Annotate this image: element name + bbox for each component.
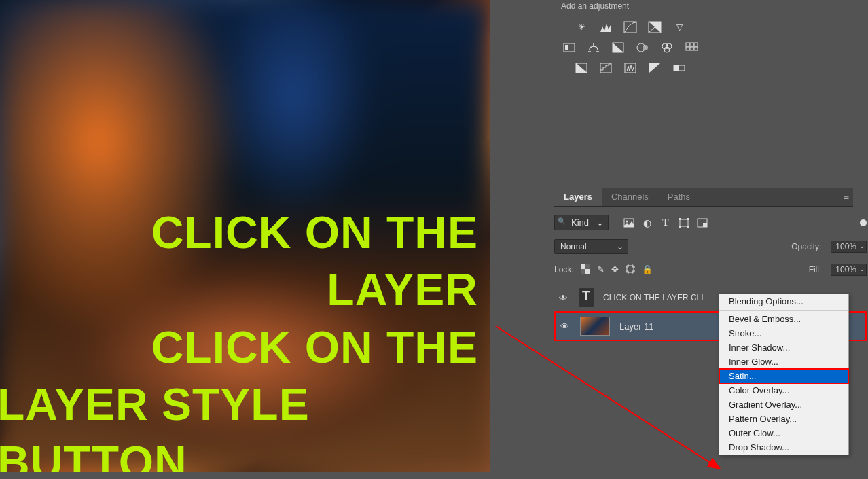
- menu-satin[interactable]: Satin...: [719, 369, 848, 383]
- color-lookup-icon[interactable]: [683, 41, 700, 54]
- visibility-icon[interactable]: 👁: [558, 321, 571, 332]
- lock-label: Lock:: [554, 265, 574, 274]
- lock-paint-icon[interactable]: ✎: [597, 264, 604, 276]
- svg-rect-15: [694, 47, 698, 50]
- svg-point-23: [626, 220, 628, 222]
- filter-adjustment-icon[interactable]: ◐: [642, 217, 653, 228]
- overlay-line-1: CLICK ON THE LAYER: [0, 204, 478, 319]
- opacity-label: Opacity:: [791, 242, 821, 251]
- svg-rect-31: [581, 264, 585, 269]
- opacity-value[interactable]: 100%: [831, 241, 867, 253]
- svg-rect-21: [674, 65, 679, 71]
- exposure-icon[interactable]: [647, 20, 663, 34]
- adjustments-title: Add an adjustment: [561, 1, 700, 11]
- svg-rect-13: [686, 47, 689, 50]
- photo-filter-icon[interactable]: [634, 41, 651, 54]
- svg-rect-25: [679, 218, 681, 220]
- panel-tabs: Layers Channels Paths ≡: [554, 188, 853, 207]
- hue-icon[interactable]: [561, 41, 577, 54]
- lock-artboard-icon[interactable]: [626, 264, 635, 276]
- selective-color-icon[interactable]: [647, 61, 663, 75]
- svg-rect-24: [680, 219, 688, 226]
- invert-icon[interactable]: [573, 61, 590, 75]
- panel-menu-icon[interactable]: ≡: [844, 193, 849, 204]
- svg-rect-11: [690, 43, 693, 46]
- tab-paths[interactable]: Paths: [658, 188, 700, 206]
- canvas-overlay-text: CLICK ON THE LAYER CLICK ON THE LAYER ST…: [0, 204, 478, 472]
- blend-mode-row: Normal Opacity: 100%: [554, 239, 867, 254]
- menu-drop-shadow[interactable]: Drop Shadow...: [719, 440, 848, 455]
- svg-rect-30: [703, 223, 707, 227]
- menu-inner-glow[interactable]: Inner Glow...: [719, 355, 848, 369]
- svg-rect-27: [679, 226, 681, 228]
- channel-mixer-icon[interactable]: [659, 41, 675, 54]
- overlay-line-3: LAYER STYLE BUTTON: [0, 376, 478, 472]
- filter-smart-icon[interactable]: [697, 217, 708, 228]
- svg-rect-10: [686, 43, 689, 46]
- layer-name[interactable]: Layer 11: [619, 321, 654, 332]
- svg-rect-12: [694, 43, 698, 46]
- menu-pattern-overlay[interactable]: Pattern Overlay...: [719, 412, 848, 426]
- tab-layers[interactable]: Layers: [554, 188, 602, 206]
- canvas[interactable]: CLICK ON THE LAYER CLICK ON THE LAYER ST…: [0, 0, 490, 472]
- menu-blending-options[interactable]: Blending Options...: [719, 294, 848, 308]
- menu-bevel-emboss[interactable]: Bevel & Emboss...: [719, 312, 848, 326]
- overlay-line-2: CLICK ON THE: [0, 319, 478, 376]
- brightness-icon[interactable]: ☀: [573, 20, 590, 34]
- filter-toggle-icon[interactable]: [860, 219, 867, 226]
- svg-point-6: [643, 45, 648, 50]
- filter-kind-select[interactable]: Kind: [554, 215, 609, 230]
- text-layer-thumb: T: [579, 288, 594, 307]
- svg-rect-32: [585, 269, 590, 274]
- layer-name[interactable]: CLICK ON THE LAYER CLI: [603, 293, 704, 302]
- vibrance-icon[interactable]: ▽: [671, 20, 687, 34]
- svg-rect-28: [687, 226, 689, 228]
- svg-rect-17: [600, 63, 611, 73]
- lock-transparency-icon[interactable]: [581, 264, 590, 276]
- menu-inner-shadow[interactable]: Inner Shadow...: [719, 340, 848, 355]
- lock-all-icon[interactable]: 🔒: [642, 264, 653, 276]
- fill-label: Fill:: [809, 265, 822, 274]
- posterize-icon[interactable]: [598, 61, 614, 75]
- gradient-map-icon[interactable]: [671, 61, 687, 75]
- svg-rect-33: [585, 264, 590, 269]
- svg-rect-0: [624, 22, 636, 33]
- svg-rect-14: [690, 47, 693, 50]
- layer-style-context-menu: Blending Options... Bevel & Emboss... St…: [719, 294, 849, 455]
- threshold-icon[interactable]: [622, 61, 638, 75]
- lock-position-icon[interactable]: ✥: [611, 264, 619, 276]
- menu-color-overlay[interactable]: Color Overlay...: [719, 383, 848, 397]
- menu-separator: [719, 310, 848, 311]
- bw-icon[interactable]: [610, 41, 626, 54]
- visibility-icon[interactable]: 👁: [557, 293, 569, 303]
- levels-icon[interactable]: [598, 20, 614, 34]
- menu-gradient-overlay[interactable]: Gradient Overlay...: [719, 397, 848, 412]
- svg-rect-3: [565, 45, 568, 50]
- adjustment-icon-grid: ☀ ▽: [561, 20, 700, 75]
- menu-stroke[interactable]: Stroke...: [719, 326, 848, 340]
- menu-outer-glow[interactable]: Outer Glow...: [719, 426, 848, 440]
- filter-type-icon[interactable]: T: [660, 217, 671, 228]
- adjustments-panel: Add an adjustment ☀ ▽: [561, 1, 700, 75]
- curves-icon[interactable]: [622, 20, 638, 34]
- blend-mode-select[interactable]: Normal: [554, 239, 628, 254]
- filter-shape-icon[interactable]: [679, 217, 689, 228]
- svg-rect-26: [687, 218, 689, 220]
- lock-row: Lock: ✎ ✥ 🔒 Fill: 100%: [554, 264, 867, 276]
- color-balance-icon[interactable]: [585, 41, 602, 54]
- fill-value[interactable]: 100%: [831, 264, 867, 276]
- layer-filter-row: Kind ◐ T: [554, 215, 867, 230]
- tab-channels[interactable]: Channels: [602, 188, 658, 206]
- svg-rect-34: [581, 269, 585, 274]
- image-layer-thumb: [580, 317, 610, 336]
- filter-pixel-icon[interactable]: [623, 217, 634, 228]
